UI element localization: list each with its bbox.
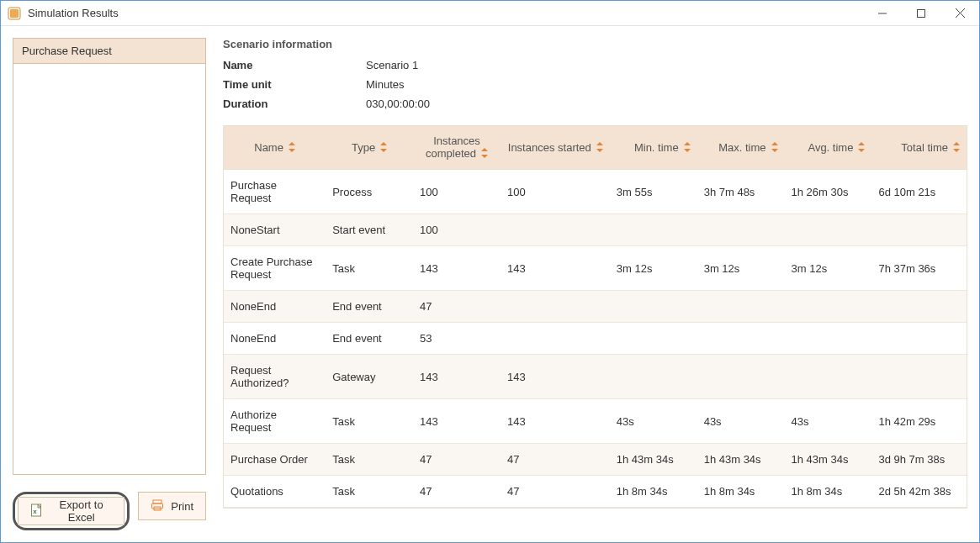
cell-total: 3d 9h 7m 38s xyxy=(871,444,967,476)
svg-marker-15 xyxy=(481,148,488,151)
sort-icon xyxy=(858,142,865,155)
col-header-max-label: Max. time xyxy=(718,141,765,154)
cell-completed: 47 xyxy=(413,476,501,508)
sort-icon xyxy=(596,142,603,155)
export-to-excel-button[interactable]: x Export to Excel xyxy=(18,497,124,525)
cell-min: 1h 43m 34s xyxy=(610,444,697,476)
window-title-bar: Simulation Results xyxy=(1,1,979,26)
col-header-min-time[interactable]: Min. time xyxy=(610,126,697,170)
cell-avg: 1h 26m 30s xyxy=(785,170,872,214)
col-header-total-time[interactable]: Total time xyxy=(871,126,967,170)
cell-min: 3m 12s xyxy=(610,246,697,291)
sort-icon xyxy=(953,142,960,155)
cell-avg: 1h 43m 34s xyxy=(785,444,872,476)
cell-avg: 1h 8m 34s xyxy=(785,476,872,508)
scenario-info-title: Scenario information xyxy=(223,38,967,50)
info-value-name: Scenario 1 xyxy=(366,59,418,71)
col-header-instances-started[interactable]: Instances started xyxy=(501,126,610,170)
info-label-time-unit: Time unit xyxy=(223,78,366,91)
svg-marker-19 xyxy=(684,142,691,145)
window-close-button[interactable] xyxy=(940,1,979,26)
svg-marker-11 xyxy=(289,142,295,145)
svg-marker-17 xyxy=(596,142,603,145)
cell-max xyxy=(697,355,785,399)
cell-started xyxy=(501,214,610,246)
sort-icon xyxy=(289,142,295,155)
cell-name: Authorize Request xyxy=(224,399,326,444)
table-row[interactable]: NoneEndEnd event47 xyxy=(224,291,967,323)
cell-avg: 43s xyxy=(785,399,872,444)
cell-started: 100 xyxy=(501,170,610,214)
table-row[interactable]: Request Authorized?Gateway143143 xyxy=(224,355,967,399)
table-row[interactable]: Authorize RequestTask14314343s43s43s1h 4… xyxy=(224,399,967,444)
svg-marker-16 xyxy=(481,155,488,158)
cell-min: 3m 55s xyxy=(610,170,697,214)
cell-type: End event xyxy=(326,323,413,355)
cell-completed: 100 xyxy=(413,214,501,246)
results-table: Name Type Instances completed Instances … xyxy=(224,126,967,508)
cell-total xyxy=(871,291,967,323)
col-header-instances-completed[interactable]: Instances completed xyxy=(413,126,501,170)
table-row[interactable]: Purchase OrderTask47471h 43m 34s1h 43m 3… xyxy=(224,444,967,476)
cell-type: Task xyxy=(326,399,413,444)
cell-total xyxy=(871,355,967,399)
cell-type: Task xyxy=(326,444,413,476)
info-label-name: Name xyxy=(223,59,366,71)
table-body: Purchase RequestProcess1001003m 55s3h 7m… xyxy=(224,170,967,508)
cell-max: 1h 43m 34s xyxy=(697,444,785,476)
table-row[interactable]: NoneStartStart event100 xyxy=(224,214,967,246)
right-pane: Scenario information Name Scenario 1 Tim… xyxy=(223,38,967,530)
cell-started: 143 xyxy=(501,246,610,291)
col-header-name[interactable]: Name xyxy=(224,126,326,170)
sort-icon xyxy=(771,142,778,155)
cell-name: Quotations xyxy=(224,476,326,508)
table-row[interactable]: QuotationsTask47471h 8m 34s1h 8m 34s1h 8… xyxy=(224,476,967,508)
svg-marker-20 xyxy=(684,149,691,152)
cell-name: Purchase Order xyxy=(224,444,326,476)
window-minimize-button[interactable] xyxy=(863,1,902,26)
scenario-list-item[interactable]: Purchase Request xyxy=(13,39,205,64)
info-row-name: Name Scenario 1 xyxy=(223,55,967,75)
cell-avg xyxy=(785,355,872,399)
table-row[interactable]: Create Purchase RequestTask1431433m 12s3… xyxy=(224,246,967,291)
window-maximize-button[interactable] xyxy=(902,1,940,26)
cell-name: NoneStart xyxy=(224,214,326,246)
sort-icon xyxy=(684,142,691,155)
info-label-duration: Duration xyxy=(223,98,366,110)
sort-icon xyxy=(481,148,488,161)
cell-started: 143 xyxy=(501,399,610,444)
cell-total: 7h 37m 36s xyxy=(871,246,967,291)
cell-min: 1h 8m 34s xyxy=(610,476,697,508)
cell-name: NoneEnd xyxy=(224,291,326,323)
svg-marker-26 xyxy=(953,149,960,152)
cell-started: 47 xyxy=(501,476,610,508)
svg-text:x: x xyxy=(33,508,37,515)
col-header-max-time[interactable]: Max. time xyxy=(697,126,785,170)
print-button[interactable]: Print xyxy=(138,492,206,520)
app-icon xyxy=(8,7,21,20)
content-area: Purchase Request x Export to Excel Print xyxy=(1,26,979,542)
svg-marker-24 xyxy=(858,149,865,152)
info-row-time-unit: Time unit Minutes xyxy=(223,75,967,94)
cell-max: 1h 8m 34s xyxy=(697,476,785,508)
cell-completed: 143 xyxy=(413,399,501,444)
cell-type: Task xyxy=(326,246,413,291)
cell-min xyxy=(610,355,697,399)
cell-name: Purchase Request xyxy=(224,170,326,214)
table-row[interactable]: Purchase RequestProcess1001003m 55s3h 7m… xyxy=(224,170,967,214)
export-button-highlight: x Export to Excel xyxy=(13,492,130,530)
cell-name: Create Purchase Request xyxy=(224,246,326,291)
cell-total xyxy=(871,214,967,246)
cell-completed: 53 xyxy=(413,323,501,355)
cell-max: 3h 7m 48s xyxy=(697,170,785,214)
cell-type: Task xyxy=(326,476,413,508)
cell-started: 47 xyxy=(501,444,610,476)
cell-min xyxy=(610,323,697,355)
table-row[interactable]: NoneEndEnd event53 xyxy=(224,323,967,355)
col-header-avg-time[interactable]: Avg. time xyxy=(785,126,872,170)
cell-completed: 143 xyxy=(413,246,501,291)
table-header-row: Name Type Instances completed Instances … xyxy=(224,126,967,170)
excel-icon: x xyxy=(30,503,44,519)
col-header-type[interactable]: Type xyxy=(326,126,413,170)
cell-avg xyxy=(785,323,872,355)
